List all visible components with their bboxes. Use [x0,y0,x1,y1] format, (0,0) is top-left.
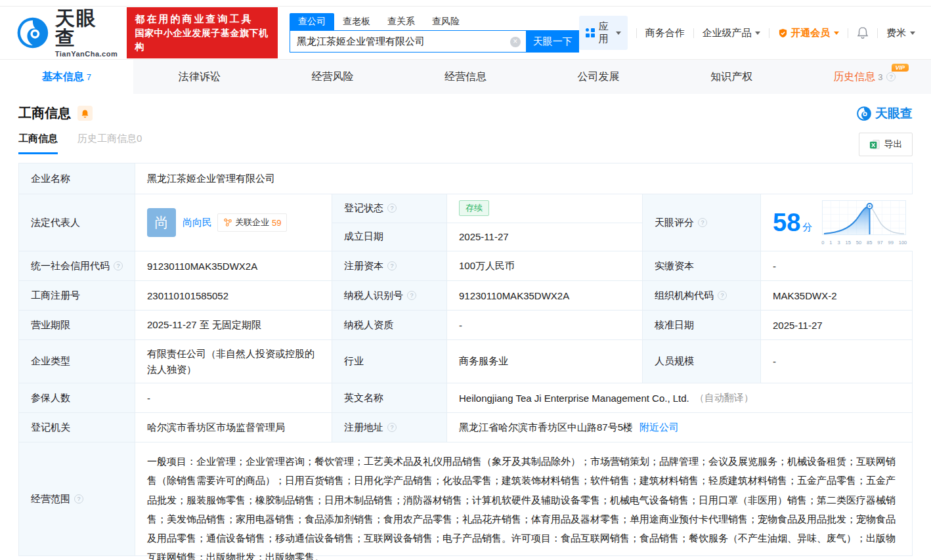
tab-basic-info[interactable]: 基本信息 7 [0,60,133,94]
tab-history-info-label: 历史信息 [833,70,875,84]
status-date-subgrid: 登记状态 存续 成立日期 2025-11-27 [332,194,643,251]
subtab-row: 工商信息 历史工商信息0 导出 [18,133,913,156]
field-insured-count-value: - [135,383,332,412]
username: 费米 [886,27,906,39]
help-icon[interactable] [387,261,397,270]
divider [693,28,694,38]
menu-open-vip[interactable]: 开通会员 [778,27,839,39]
search-input-wrap [290,30,527,53]
field-staff-size-label: 人员规模 [643,340,761,383]
main-nav-tabs: 基本信息 7 法律诉讼 经营风险 经营信息 公司发展 知识产权 VIP 历史信息… [0,59,931,94]
field-reg-authority-label: 登记机关 [19,413,135,442]
search-tab-company[interactable]: 查公司 [290,13,334,30]
field-reg-capital-value: 100万人民币 [447,251,643,280]
tab-company-development[interactable]: 公司发展 [532,60,665,94]
field-paid-capital-label: 实缴资本 [643,251,761,280]
field-reg-authority-value: 哈尔滨市香坊区市场监督管理局 [135,413,332,442]
field-establish-date-label: 成立日期 [332,223,447,251]
menu-business-cooperation[interactable]: 商务合作 [645,27,685,39]
related-companies-chip[interactable]: 关联企业 59 [217,213,287,232]
field-business-scope-value: 一般项目：企业管理；企业管理咨询；餐饮管理；工艺美术品及礼仪用品销售（象牙及其制… [135,442,912,555]
field-score-value: 58 分 [761,194,916,251]
field-org-code-label: 组织机构代码 [643,281,761,310]
tianyancha-logo[interactable]: 天眼查 TianYanCha.com [16,9,118,58]
help-icon[interactable] [114,261,123,270]
search-button[interactable]: 天眼一下 [527,30,579,53]
field-reg-number-label: 工商注册号 [19,281,135,310]
table-row: 成立日期 2025-11-27 [332,223,643,251]
nearby-companies-link[interactable]: 附近公司 [639,421,679,434]
divider [636,28,637,38]
promo-banner-line2: 国家中小企业发展子基金旗下机构 [135,26,270,54]
bell-icon [857,26,869,39]
tab-intellectual-property[interactable]: 知识产权 [665,60,798,94]
notification-bell-button[interactable] [857,26,869,39]
table-row: 工商注册号 230110101585052 纳税人识别号 91230110MAK… [19,281,912,311]
table-row: 法定代表人 尚 尚向民 关联企业 59 登记状态 [19,194,912,251]
field-legal-rep-label: 法定代表人 [19,194,135,251]
tab-basic-info-label: 基本信息 [42,70,84,84]
help-icon[interactable] [698,218,707,227]
menu-enterprise-products[interactable]: 企业级产品 [702,27,760,39]
field-business-term-label: 营业期限 [19,311,135,339]
legal-rep-name-link[interactable]: 尚向民 [183,217,212,229]
tab-operating-risk[interactable]: 经营风险 [266,60,399,94]
help-icon[interactable] [387,204,397,213]
tianyancha-logo-icon [16,16,50,50]
user-menu[interactable]: 费米 [886,27,915,39]
table-row: 统一社会信用代码 91230110MAK35DWX2A 注册资本 100万人民币… [19,251,912,281]
search-row: 天眼一下 [290,30,579,53]
field-industry-label: 行业 [332,340,447,383]
field-company-type-label: 企业类型 [19,340,135,383]
tab-legal-proceedings[interactable]: 法律诉讼 [133,60,267,94]
search-input[interactable] [290,31,526,52]
table-row: 经营范围 一般项目：企业管理；企业管理咨询；餐饮管理；工艺美术品及礼仪用品销售（… [19,442,912,556]
search-tab-relation[interactable]: 查关系 [379,13,423,30]
help-icon[interactable] [407,291,416,300]
chevron-down-icon [834,32,839,35]
apps-menu[interactable]: 应用 [579,16,628,50]
field-reg-address-label: 注册地址 [332,413,447,442]
field-reg-status-value: 存续 [447,194,643,223]
score-bell-curve [821,200,907,237]
subtab-business-info[interactable]: 工商信息 [18,133,58,154]
field-english-name-value: Heilongjiang Tea Ji Enterprise Managemen… [447,383,912,412]
related-companies-count: 59 [272,218,281,228]
legal-rep-avatar[interactable]: 尚 [147,208,176,237]
search-tab-risk[interactable]: 查风险 [423,13,468,30]
help-icon[interactable] [886,72,896,81]
help-icon[interactable] [74,494,83,504]
subtab-history-business-info[interactable]: 历史工商信息0 [77,133,142,152]
search-block: 查公司 查老板 查关系 查风险 天眼一下 [290,13,579,53]
header: 天眼查 TianYanCha.com 都在用的商业查询工具 国家中小企业发展子基… [0,7,931,59]
divider [769,28,769,38]
auto-translate-note: （自动翻译） [695,392,754,404]
top-divider [0,0,931,7]
export-button[interactable]: 导出 [859,133,913,156]
vip-badge: VIP [892,64,909,72]
field-reg-status-label: 登记状态 [332,194,447,223]
field-taxpayer-quality-value: - [447,311,643,339]
field-taxpayer-id-label: 纳税人识别号 [332,281,447,310]
watermark-logo: 天眼查 [856,105,913,122]
search-tab-boss[interactable]: 查老板 [334,13,379,30]
tianyancha-company-page: 天眼查 TianYanCha.com 都在用的商业查询工具 国家中小企业发展子基… [0,0,931,560]
field-establish-date-value: 2025-11-27 [447,223,643,251]
help-icon[interactable] [387,423,397,432]
field-taxpayer-id-value: 91230110MAK35DWX2A [447,281,643,310]
chevron-down-icon [616,32,621,35]
monitor-bell-button[interactable] [77,106,93,121]
excel-icon [869,139,880,150]
divider [848,28,848,38]
field-business-term-value: 2025-11-27 至 无固定期限 [135,311,332,339]
table-row: 营业期限 2025-11-27 至 无固定期限 纳税人资质 - 核准日期 202… [19,311,912,340]
tab-history-info-count: 3 [878,72,882,82]
field-english-name-label: 英文名称 [332,383,447,412]
field-company-type-value: 有限责任公司（非自然人投资或控股的法人独资） [135,340,332,383]
clear-icon[interactable] [510,37,521,47]
tab-operating-info[interactable]: 经营信息 [399,60,532,94]
tab-history-info[interactable]: VIP 历史信息 3 [798,60,931,94]
help-icon[interactable] [718,291,727,300]
field-legal-rep-value: 尚 尚向民 关联企业 59 [135,194,332,251]
logo-brand: 天眼查 [55,9,118,48]
